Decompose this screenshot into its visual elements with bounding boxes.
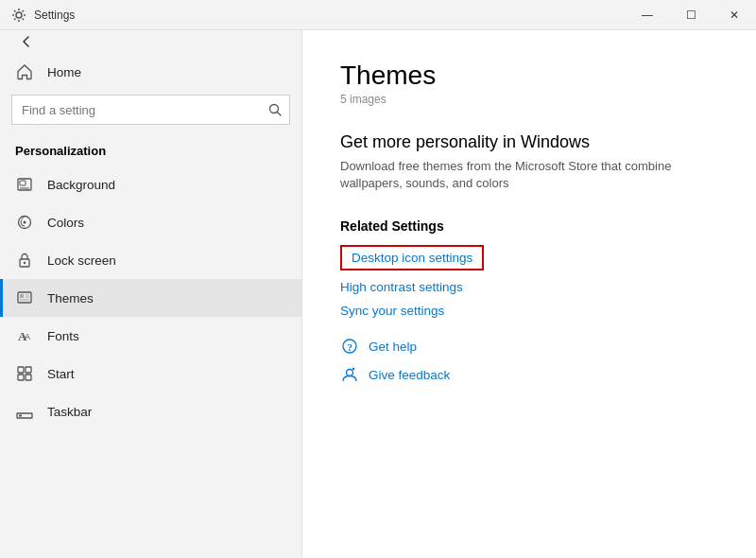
- svg-rect-4: [20, 181, 26, 185]
- sidebar-item-home-label: Home: [47, 65, 81, 79]
- get-more-heading: Get more personality in Windows: [340, 132, 718, 152]
- fonts-icon: A A: [15, 326, 34, 345]
- svg-point-7: [24, 221, 26, 224]
- sidebar-section-label: Personalization: [0, 136, 301, 166]
- titlebar: Settings — ☐ ✕: [0, 0, 756, 30]
- sidebar-item-start-label: Start: [47, 367, 75, 381]
- home-icon: [15, 62, 34, 81]
- svg-point-0: [16, 12, 22, 18]
- titlebar-left: Settings: [11, 8, 75, 23]
- sidebar-item-background-label: Background: [47, 178, 115, 192]
- maximize-button[interactable]: ☐: [669, 0, 713, 30]
- sidebar-item-themes-label: Themes: [47, 291, 94, 305]
- get-help-row[interactable]: ? Get help: [340, 337, 718, 356]
- taskbar-icon: [15, 402, 34, 421]
- search-icon: [268, 103, 282, 116]
- sidebar-item-fonts[interactable]: A A Fonts: [0, 317, 301, 355]
- page-subtitle: 5 images: [340, 93, 718, 106]
- svg-rect-17: [26, 367, 31, 373]
- sidebar-item-taskbar-label: Taskbar: [47, 405, 92, 419]
- svg-rect-11: [20, 294, 24, 298]
- sidebar-item-lock-screen-label: Lock screen: [47, 253, 116, 268]
- svg-text:A: A: [25, 332, 30, 341]
- svg-line-2: [278, 113, 282, 116]
- svg-rect-18: [18, 375, 24, 380]
- search-button[interactable]: [260, 95, 290, 125]
- sidebar-item-fonts-label: Fonts: [47, 329, 79, 343]
- colors-icon: [15, 213, 34, 232]
- give-feedback-icon: [340, 365, 359, 384]
- background-icon: [15, 175, 34, 194]
- sidebar-item-colors[interactable]: Colors: [0, 203, 301, 241]
- sidebar-item-lock-screen[interactable]: Lock screen: [0, 241, 301, 279]
- get-more-desc: Download free themes from the Microsoft …: [340, 158, 718, 192]
- sidebar-item-themes[interactable]: Themes: [0, 279, 301, 317]
- desktop-icon-settings-link[interactable]: Desktop icon settings: [340, 245, 484, 270]
- svg-point-24: [347, 370, 353, 376]
- give-feedback-label: Give feedback: [369, 368, 450, 382]
- sidebar: Home Personalization Backg: [0, 30, 302, 558]
- svg-rect-16: [18, 367, 24, 373]
- get-help-label: Get help: [369, 340, 417, 354]
- sidebar-item-home[interactable]: Home: [0, 53, 301, 91]
- svg-rect-21: [19, 415, 22, 417]
- page-title: Themes: [340, 61, 718, 91]
- titlebar-controls: — ☐ ✕: [626, 0, 756, 30]
- sidebar-title-row: [0, 30, 301, 53]
- svg-rect-12: [26, 294, 29, 298]
- svg-rect-19: [26, 375, 31, 380]
- sidebar-item-taskbar[interactable]: Taskbar: [0, 392, 301, 430]
- search-box: [11, 95, 290, 125]
- settings-app-icon: [11, 8, 26, 23]
- minimize-button[interactable]: —: [626, 0, 669, 30]
- svg-text:?: ?: [348, 341, 353, 353]
- titlebar-title: Settings: [34, 9, 75, 22]
- start-icon: [15, 364, 34, 383]
- related-settings-title: Related Settings: [340, 218, 718, 234]
- themes-icon: [15, 288, 34, 307]
- back-icon: [21, 36, 32, 47]
- main-panel: Themes 5 images Get more personality in …: [302, 30, 756, 558]
- sync-settings-link[interactable]: Sync your settings: [340, 304, 718, 318]
- get-help-icon: ?: [340, 337, 359, 356]
- sidebar-item-start[interactable]: Start: [0, 355, 301, 392]
- sidebar-item-colors-label: Colors: [47, 216, 84, 230]
- app-container: Home Personalization Backg: [0, 30, 756, 558]
- close-button[interactable]: ✕: [713, 0, 756, 30]
- sidebar-item-background[interactable]: Background: [0, 166, 301, 203]
- give-feedback-row[interactable]: Give feedback: [340, 365, 718, 384]
- high-contrast-settings-link[interactable]: High contrast settings: [340, 280, 718, 294]
- search-input[interactable]: [11, 95, 290, 125]
- lock-icon: [15, 251, 34, 270]
- svg-point-9: [24, 262, 26, 264]
